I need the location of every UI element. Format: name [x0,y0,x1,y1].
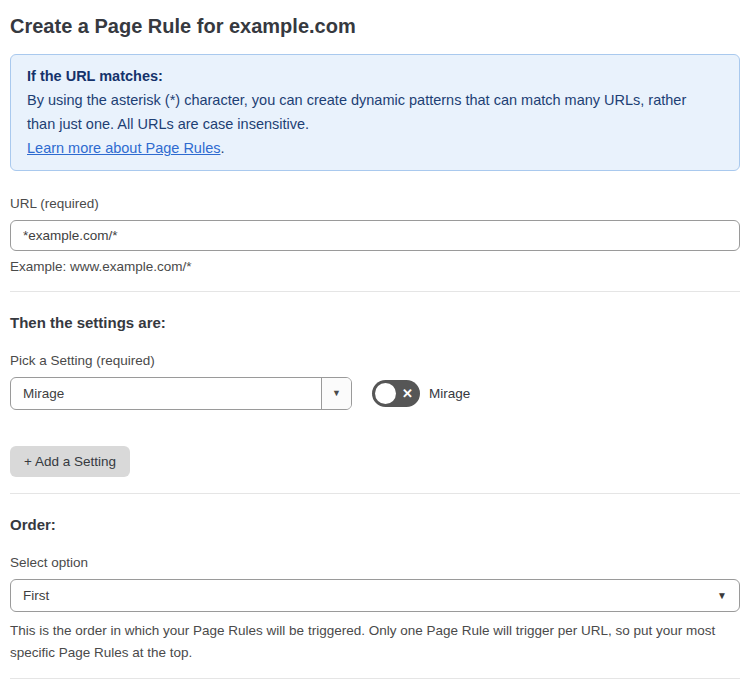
url-helper: Example: www.example.com/* [10,258,740,275]
chevron-down-icon: ▼ [717,580,739,611]
setting-select-arrow-button[interactable]: ▼ [321,378,351,409]
info-box-heading: If the URL matches: [27,64,723,88]
order-select[interactable]: First ▼ [10,579,740,612]
toggle-knob [375,383,396,404]
setting-select-value: Mirage [11,378,321,409]
divider [10,493,740,494]
order-helper: This is the order in which your Page Rul… [10,620,716,664]
url-input[interactable] [10,220,740,251]
add-setting-button[interactable]: + Add a Setting [10,446,130,477]
learn-more-link[interactable]: Learn more about Page Rules [27,140,220,156]
order-select-value: First [11,580,717,611]
setting-row: Mirage ▼ ✕ Mirage [10,377,740,410]
x-icon: ✕ [402,380,413,407]
url-match-info-box: If the URL matches: By using the asteris… [10,54,740,171]
pick-setting-label: Pick a Setting (required) [10,352,740,369]
chevron-down-icon: ▼ [332,389,341,398]
link-period: . [220,140,224,156]
settings-heading: Then the settings are: [10,314,740,332]
toggle-label: Mirage [429,386,470,401]
url-label: URL (required) [10,195,740,212]
info-box-link-line: Learn more about Page Rules. [27,136,723,160]
divider [10,678,740,679]
divider [10,291,740,292]
info-box-body: By using the asterisk (*) character, you… [27,88,689,136]
order-heading: Order: [10,516,740,534]
mirage-toggle[interactable]: ✕ [372,380,420,407]
setting-select[interactable]: Mirage ▼ [10,377,352,410]
order-select-label: Select option [10,554,740,571]
page-title: Create a Page Rule for example.com [10,14,740,38]
